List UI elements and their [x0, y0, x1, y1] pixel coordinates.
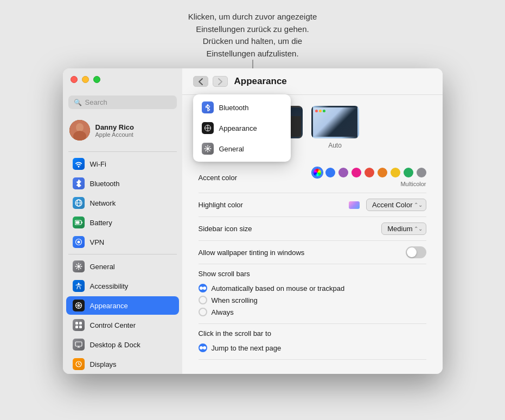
popup-item-general[interactable]: General [193, 138, 291, 159]
desktop-icon [73, 339, 85, 351]
scroll-auto-option[interactable]: Automatically based on mouse or trackpad [199, 282, 426, 294]
highlight-color-label: Highlight color [199, 201, 243, 209]
general-icon [73, 260, 85, 272]
content-header: Appearance [182, 68, 443, 95]
svg-rect-14 [75, 322, 78, 324]
sidebar-item-displays[interactable]: Displays [66, 355, 179, 373]
color-multicolor[interactable] [312, 168, 322, 177]
scroll-always-option[interactable]: Always [199, 306, 426, 318]
sidebar-item-controlcenter[interactable]: Control Center [66, 316, 179, 334]
user-name: Danny Rico [95, 123, 135, 131]
sidebar-item-accessibility[interactable]: Accessibility [66, 277, 179, 295]
appearance-label-sidebar: Appearance [90, 302, 128, 310]
svg-rect-16 [75, 326, 78, 328]
forward-button[interactable] [213, 76, 228, 87]
highlight-color-row: Highlight color Accent Color ⌃⌄ [199, 193, 426, 217]
traffic-lights [71, 76, 100, 83]
network-icon [73, 197, 85, 209]
fullscreen-button[interactable] [93, 76, 100, 83]
scroll-bars-label: Show scroll bars [199, 270, 426, 278]
scroll-auto-label: Automatically based on mouse or trackpad [212, 284, 345, 292]
battery-icon [73, 217, 85, 228]
color-green[interactable] [404, 168, 413, 177]
sidebar-item-appearance[interactable]: Appearance [66, 296, 179, 315]
popup-general-icon [202, 143, 214, 155]
color-yellow[interactable] [391, 168, 400, 177]
tooltip-line4: Einstellungen aufzulisten. [101, 48, 405, 60]
sidebar-item-wifi[interactable]: Wi-Fi [66, 155, 179, 173]
scroll-scrolling-radio[interactable] [199, 296, 207, 304]
color-purple[interactable] [338, 168, 348, 177]
svg-point-20 [206, 148, 209, 150]
color-pink[interactable] [351, 168, 361, 177]
network-label: Network [90, 199, 116, 207]
sidebar-item-vpn[interactable]: VPN [66, 233, 179, 251]
desktop-label: Desktop & Dock [90, 341, 140, 349]
user-info: Danny Rico Apple Account [95, 123, 135, 138]
toggle-knob [407, 247, 417, 257]
bluetooth-icon [73, 177, 85, 189]
appearance-option-auto[interactable]: Auto [311, 106, 359, 149]
svg-point-1 [76, 123, 84, 132]
svg-point-11 [77, 265, 80, 268]
highlight-preview [349, 201, 360, 209]
popup-item-bluetooth[interactable]: Bluetooth [193, 97, 291, 118]
sidebar-item-network[interactable]: Network [66, 194, 179, 212]
minimize-button[interactable] [82, 76, 89, 83]
scroll-always-radio[interactable] [199, 308, 207, 316]
click-next-page-radio[interactable] [199, 343, 207, 352]
sidebar-size-dropdown-arrow: ⌃⌄ [414, 226, 423, 232]
sidebar-item-desktop[interactable]: Desktop & Dock [66, 335, 179, 354]
search-box[interactable]: 🔍 Search [68, 96, 177, 109]
accent-color-row: Accent color Multicolor [199, 162, 426, 193]
svg-rect-8 [75, 221, 79, 224]
avatar-image [69, 120, 90, 141]
bluetooth-label: Bluetooth [90, 180, 120, 188]
wifi-icon [73, 158, 85, 170]
popup-appearance-label: Appearance [219, 124, 257, 132]
auto-label: Auto [328, 142, 342, 149]
highlight-color-dropdown[interactable]: Accent Color ⌃⌄ [366, 199, 426, 211]
scroll-scrolling-option[interactable]: When scrolling [199, 294, 426, 306]
color-graphite[interactable] [417, 168, 426, 177]
color-orange[interactable] [378, 168, 387, 177]
sidebar-item-general[interactable]: General [66, 257, 179, 276]
auto-thumb[interactable] [311, 106, 359, 138]
dropdown-popup: Bluetooth Appearance General [193, 94, 291, 162]
sidebar-divider [68, 151, 177, 152]
color-red[interactable] [365, 168, 374, 177]
svg-rect-17 [79, 326, 82, 328]
displays-label: Displays [90, 360, 117, 368]
sidebar-item-bluetooth[interactable]: Bluetooth [66, 174, 179, 193]
click-scroll-label: Click in the scroll bar to [199, 329, 426, 338]
appearance-icon-sidebar [73, 300, 85, 311]
popup-bluetooth-icon [202, 101, 214, 113]
popup-item-appearance[interactable]: Appearance [193, 118, 291, 138]
page-title: Appearance [234, 76, 287, 87]
main-content: Appearance Bluetooth Appearance [182, 68, 443, 374]
tooltip: Klicken, um durch zuvor angezeigte Einst… [101, 11, 405, 60]
accent-color-options: Multicolor [312, 168, 426, 187]
close-button[interactable] [71, 76, 78, 83]
highlight-dropdown-arrow: ⌃⌄ [414, 202, 423, 208]
settings-window: 🔍 Search Danny Rico Apple Account [63, 68, 443, 374]
scroll-auto-radio[interactable] [199, 284, 207, 292]
search-placeholder: Search [85, 98, 107, 106]
back-button[interactable] [193, 76, 208, 87]
sidebar-item-battery[interactable]: Battery [66, 213, 179, 232]
search-icon: 🔍 [74, 99, 82, 106]
color-row [312, 168, 426, 177]
sidebar-icon-size-label: Sidebar icon size [199, 225, 252, 233]
svg-point-10 [77, 241, 80, 244]
wallpaper-tinting-toggle[interactable] [406, 246, 426, 258]
displays-icon [73, 358, 85, 370]
sidebar-icon-size-value: Medium [387, 225, 412, 233]
vpn-label: VPN [90, 238, 105, 246]
popup-bluetooth-label: Bluetooth [219, 104, 249, 112]
click-next-page-option[interactable]: Jump to the next page [199, 342, 426, 354]
sidebar-icon-size-dropdown[interactable]: Medium ⌃⌄ [381, 222, 426, 235]
svg-point-12 [78, 283, 79, 284]
wallpaper-tinting-label: Allow wallpaper tinting in windows [199, 249, 305, 257]
color-blue[interactable] [325, 168, 335, 177]
user-profile[interactable]: Danny Rico Apple Account [63, 116, 182, 145]
